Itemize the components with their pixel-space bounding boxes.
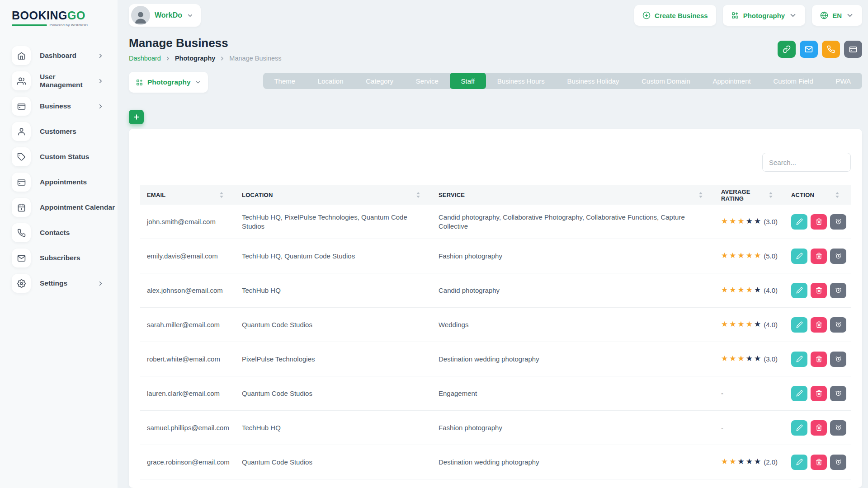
timer-button[interactable] [830,283,846,298]
delete-button[interactable] [811,283,827,298]
tab-location[interactable]: Location [307,73,354,89]
sidebar-item-label: Subscribers [40,254,80,262]
column-header-location[interactable]: LOCATION [235,192,432,198]
tab-staff[interactable]: Staff [450,73,486,89]
breadcrumb-photography[interactable]: Photography [175,55,215,62]
mail-icon [805,45,813,53]
tab-appointment[interactable]: Appointment [702,73,762,89]
edit-button[interactable] [791,214,807,230]
alarm-clock-icon [835,390,842,397]
sidebar-item-appointment-calendar[interactable]: Appointment Calendar [12,198,118,217]
email-button[interactable] [800,41,818,58]
column-header-service[interactable]: SERVICE [432,192,714,198]
delete-button[interactable] [811,317,827,333]
delete-button[interactable] [811,214,827,230]
language-selector[interactable]: EN [812,5,862,26]
business-dropdown[interactable]: Photography [129,72,208,93]
edit-button[interactable] [791,386,807,401]
action-buttons [791,283,846,298]
star-filled-icon: ★ [754,251,761,261]
tab-bar: ThemeLocationCategoryServiceStaffBusines… [263,73,862,89]
sidebar-item-dashboard[interactable]: Dashboard [12,46,118,65]
row-actions [784,214,851,230]
star-empty-icon: ★ [754,319,761,329]
staff-rating: ★★★★★(3.0) [714,354,784,364]
sidebar-item-contacts[interactable]: Contacts [12,223,118,242]
tab-theme[interactable]: Theme [263,73,307,89]
sidebar-item-user-management[interactable]: User Management [12,71,118,90]
staff-rating: ★★★★★(2.0) [714,457,784,467]
tab-custom-field[interactable]: Custom Field [762,73,825,89]
timer-button[interactable] [830,455,846,470]
sidebar-item-appointments[interactable]: Appointments [12,173,118,192]
row-actions [784,420,851,436]
table-row: grace.robinson@email.comQuantum Code Stu… [140,445,851,479]
pencil-icon [796,424,803,431]
star-empty-icon: ★ [746,457,753,467]
star-filled-icon: ★ [729,457,736,467]
timer-button[interactable] [830,386,846,401]
star-filled-icon: ★ [746,285,753,295]
column-header-email[interactable]: EMAIL [140,192,235,198]
tab-pwa[interactable]: PWA [825,73,862,89]
brand-logo[interactable]: BOOKINGGO Powered by WORKDO [12,9,88,27]
timer-button[interactable] [830,317,846,333]
sidebar-item-business[interactable]: Business [12,97,118,116]
sidebar-item-subscribers[interactable]: Subscribers [12,249,118,267]
column-header-action[interactable]: ACTION [784,192,851,198]
breadcrumb-dashboard[interactable]: Dashboard [129,55,161,62]
copy-link-button[interactable] [778,41,796,58]
alarm-clock-icon [835,218,842,225]
edit-button[interactable] [791,283,807,298]
sidebar-item-customers[interactable]: Customers [12,122,118,141]
add-staff-button[interactable] [129,110,144,124]
tab-service[interactable]: Service [405,73,450,89]
edit-button[interactable] [791,249,807,264]
page-title: Manage Business [129,36,282,50]
sort-icon [769,192,773,198]
tab-business-hours[interactable]: Business Hours [486,73,556,89]
rating-value: (2.0) [764,458,778,467]
trash-icon [816,424,822,431]
credit-card-icon [12,173,31,192]
delete-button[interactable] [811,352,827,367]
business-selector-header[interactable]: Photography [723,5,806,26]
column-header-average-rating[interactable]: AVERAGE RATING [714,188,784,202]
card-button[interactable] [844,41,862,58]
row-actions [784,386,851,401]
timer-button[interactable] [830,420,846,436]
delete-button[interactable] [811,249,827,264]
edit-button[interactable] [791,317,807,333]
edit-button[interactable] [791,420,807,436]
timer-button[interactable] [830,214,846,230]
delete-button[interactable] [811,455,827,470]
staff-service: Candid photography [432,286,714,295]
search-input[interactable] [762,153,851,172]
timer-button[interactable] [830,249,846,264]
sidebar-item-custom-status[interactable]: Custom Status [12,147,118,166]
timer-button[interactable] [830,352,846,367]
tab-business-holiday[interactable]: Business Holiday [556,73,631,89]
call-button[interactable] [822,41,840,58]
trash-icon [816,218,822,225]
sort-icon [835,192,839,198]
action-buttons [791,386,846,401]
alarm-clock-icon [835,459,842,465]
app-root: BOOKINGGO Powered by WORKDO Dashboard Us… [0,0,868,488]
edit-button[interactable] [791,352,807,367]
tab-category[interactable]: Category [354,73,405,89]
sidebar-item-settings[interactable]: Settings [12,274,118,293]
edit-button[interactable] [791,455,807,470]
home-icon [12,46,31,65]
star-filled-icon: ★ [729,319,736,329]
workspace-selector[interactable]: WorkDo [129,4,201,27]
tab-custom-domain[interactable]: Custom Domain [630,73,701,89]
table-row: emily.davis@email.comTechHub HQ, Quantum… [140,239,851,273]
create-business-button[interactable]: Create Business [634,5,716,26]
brand-underline-bar [12,24,47,26]
row-actions [784,283,851,298]
delete-button[interactable] [811,420,827,436]
pencil-icon [796,459,803,465]
business-dropdown-label: Photography [147,78,191,86]
delete-button[interactable] [811,386,827,401]
